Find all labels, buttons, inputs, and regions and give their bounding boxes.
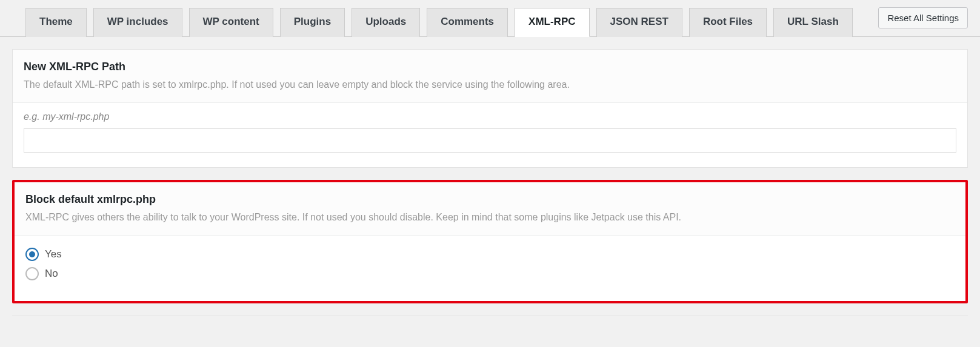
tab-comments[interactable]: Comments bbox=[427, 8, 508, 37]
tab-json-rest[interactable]: JSON REST bbox=[596, 8, 682, 37]
section-title: Block default xmlrpc.php bbox=[25, 193, 955, 206]
panel-divider bbox=[12, 316, 968, 319]
tab-toolbar: Theme WP includes WP content Plugins Upl… bbox=[0, 0, 980, 37]
radio-label: No bbox=[45, 268, 58, 280]
reset-all-button[interactable]: Reset All Settings bbox=[878, 7, 968, 28]
xmlrpc-path-input[interactable] bbox=[24, 128, 956, 153]
section-description: XML-RPC gives others the ability to talk… bbox=[25, 212, 955, 223]
tab-wp-content[interactable]: WP content bbox=[189, 8, 273, 37]
section-block-xmlrpc: Block default xmlrpc.php XML-RPC gives o… bbox=[12, 180, 968, 303]
radio-input-yes[interactable] bbox=[25, 248, 39, 261]
tab-list: Theme WP includes WP content Plugins Upl… bbox=[25, 7, 871, 36]
tab-xml-rpc[interactable]: XML-RPC bbox=[515, 8, 589, 37]
section-title: New XML-RPC Path bbox=[24, 61, 956, 73]
tab-root-files[interactable]: Root Files bbox=[689, 8, 767, 37]
section-body: e.g. my-xml-rpc.php bbox=[13, 103, 967, 167]
radio-label: Yes bbox=[45, 248, 62, 260]
section-body: Yes No bbox=[15, 236, 965, 301]
input-hint: e.g. my-xml-rpc.php bbox=[24, 111, 956, 122]
section-new-xmlrpc-path: New XML-RPC Path The default XML-RPC pat… bbox=[12, 49, 968, 168]
tab-wp-includes[interactable]: WP includes bbox=[93, 8, 182, 37]
section-description: The default XML-RPC path is set to xmlrp… bbox=[24, 79, 956, 90]
radio-option-no[interactable]: No bbox=[25, 267, 955, 280]
section-header: Block default xmlrpc.php XML-RPC gives o… bbox=[15, 182, 965, 236]
tab-plugins[interactable]: Plugins bbox=[280, 8, 345, 37]
tab-theme[interactable]: Theme bbox=[25, 8, 87, 37]
tab-url-slash[interactable]: URL Slash bbox=[773, 8, 853, 37]
radio-input-no[interactable] bbox=[25, 267, 39, 280]
tab-uploads[interactable]: Uploads bbox=[352, 8, 420, 37]
radio-option-yes[interactable]: Yes bbox=[25, 248, 955, 261]
section-header: New XML-RPC Path The default XML-RPC pat… bbox=[13, 50, 967, 103]
